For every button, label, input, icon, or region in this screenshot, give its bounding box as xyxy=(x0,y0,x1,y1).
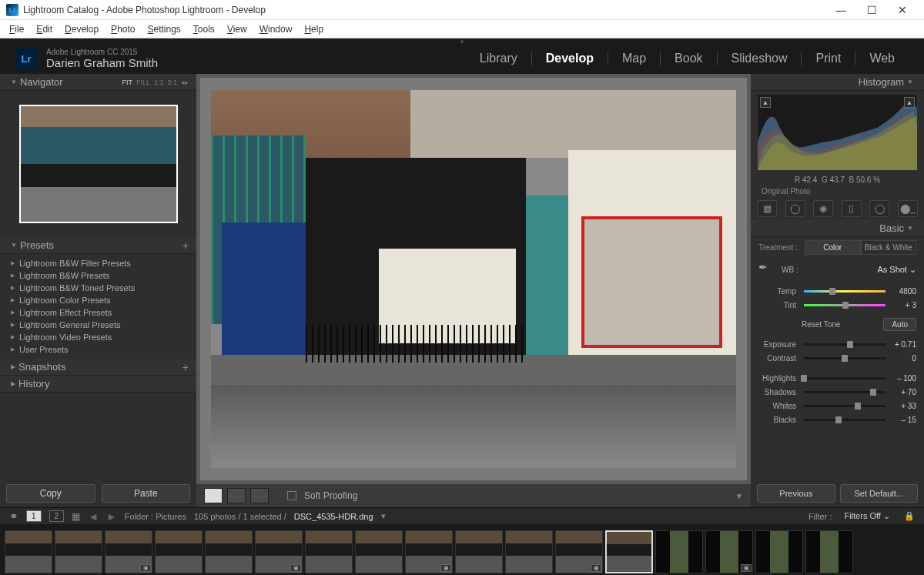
history-header[interactable]: ▶ History xyxy=(0,376,196,393)
navigator-preview[interactable] xyxy=(19,105,178,223)
menu-file[interactable]: File xyxy=(3,22,30,36)
blacks-value[interactable]: – 15 xyxy=(889,416,916,424)
filmstrip-thumb[interactable]: ▣ xyxy=(405,530,453,573)
filmstrip-thumb[interactable] xyxy=(355,530,403,573)
snapshots-header[interactable]: ▶ Snapshots + xyxy=(0,359,196,376)
exposure-value[interactable]: + 0.71 xyxy=(889,340,916,349)
menu-settings[interactable]: Settings xyxy=(141,22,186,36)
previous-button[interactable]: Previous xyxy=(757,484,835,503)
preset-folder[interactable]: ▶Lightroom B&W Filter Presets xyxy=(0,257,196,269)
add-snapshot-icon[interactable]: + xyxy=(182,361,189,373)
temp-slider[interactable] xyxy=(804,290,886,293)
module-map[interactable]: Map xyxy=(608,52,661,65)
nav-zoom-1-1[interactable]: 1:1 xyxy=(154,79,164,86)
second-display-button[interactable]: 2 xyxy=(49,510,65,522)
image-canvas[interactable] xyxy=(200,78,747,480)
whites-slider[interactable] xyxy=(804,405,886,407)
radial-filter-icon[interactable]: ◯ xyxy=(869,200,889,217)
filmstrip-thumb[interactable]: ▣ xyxy=(255,530,303,573)
preset-folder[interactable]: ▶Lightroom General Presets xyxy=(0,319,196,331)
contrast-slider[interactable] xyxy=(804,357,886,359)
filmstrip-thumb[interactable] xyxy=(755,530,803,573)
preset-folder[interactable]: ▶Lightroom Video Presets xyxy=(0,331,196,343)
minimize-button[interactable]: ― xyxy=(825,0,856,20)
crop-tool-icon[interactable]: ▦ xyxy=(757,200,777,217)
filmstrip-thumb[interactable] xyxy=(805,530,853,573)
paste-button[interactable]: Paste xyxy=(102,484,191,503)
shadows-value[interactable]: + 70 xyxy=(889,388,916,396)
before-after-tb-button[interactable] xyxy=(250,488,269,503)
menu-window[interactable]: Window xyxy=(253,22,299,36)
filmstrip-thumb[interactable] xyxy=(155,530,203,573)
highlights-value[interactable]: – 100 xyxy=(889,374,916,383)
tint-value[interactable]: + 3 xyxy=(889,301,916,309)
whites-value[interactable]: + 33 xyxy=(889,402,916,410)
nav-zoom-fit[interactable]: FIT xyxy=(122,79,132,86)
copy-button[interactable]: Copy xyxy=(6,484,95,503)
brush-tool-icon[interactable]: ⬤⎯ xyxy=(898,200,918,217)
wb-eyedropper-icon[interactable]: ✒ xyxy=(758,261,775,278)
add-preset-icon[interactable]: + xyxy=(182,239,189,252)
menu-tools[interactable]: Tools xyxy=(187,22,221,36)
folder-path[interactable]: Folder : Pictures xyxy=(125,512,186,521)
current-filename[interactable]: DSC_4535-HDR.dng xyxy=(294,512,373,521)
exposure-slider[interactable] xyxy=(804,343,886,346)
basic-header[interactable]: Basic ▼ xyxy=(751,220,924,237)
menu-photo[interactable]: Photo xyxy=(105,22,141,36)
soft-proof-checkbox[interactable] xyxy=(287,491,296,500)
treatment-bw[interactable]: Black & White xyxy=(861,240,917,255)
menu-edit[interactable]: Edit xyxy=(30,22,59,36)
grid-view-icon[interactable]: ▦ xyxy=(72,511,80,522)
redeye-tool-icon[interactable]: ◉ xyxy=(813,200,833,217)
filmstrip-thumb[interactable]: ▣ xyxy=(705,530,753,573)
maximize-button[interactable]: ☐ xyxy=(856,0,887,20)
navigator-header[interactable]: ▼ Navigator FIT FILL 1:1 3:1 ◂▸ xyxy=(0,74,196,91)
shadow-clip-icon[interactable]: ▲ xyxy=(760,97,771,108)
filmstrip-thumb[interactable] xyxy=(305,530,353,573)
filmstrip-thumb[interactable]: ▣ xyxy=(105,530,152,573)
wb-preset[interactable]: As Shot ⌄ xyxy=(877,265,916,275)
module-library[interactable]: Library xyxy=(466,52,532,65)
chevron-down-icon[interactable]: ▾ xyxy=(381,511,386,521)
filmstrip-thumb[interactable]: ▣ xyxy=(555,530,603,573)
loupe-view-button[interactable] xyxy=(204,488,223,503)
nav-zoom-fill[interactable]: FILL xyxy=(136,79,150,86)
filmstrip-thumb[interactable] xyxy=(655,530,703,573)
temp-value[interactable]: 4800 xyxy=(889,287,916,296)
toolbar-options-icon[interactable]: ▼ xyxy=(735,492,743,500)
grad-filter-icon[interactable]: ▯ xyxy=(842,200,862,217)
preset-folder[interactable]: ▶User Presets xyxy=(0,343,196,356)
filmstrip-thumb[interactable] xyxy=(205,530,253,573)
prev-photo-icon[interactable]: ◄ xyxy=(88,510,99,523)
filter-value[interactable]: Filters Off ⌄ xyxy=(844,511,890,521)
contrast-value[interactable]: 0 xyxy=(889,354,916,363)
set-default-button[interactable]: Set Default... xyxy=(840,484,919,503)
highlights-slider[interactable] xyxy=(804,377,886,379)
module-slideshow[interactable]: Slideshow xyxy=(718,52,802,65)
preset-folder[interactable]: ▶Lightroom B&W Toned Presets xyxy=(0,282,196,294)
auto-tone-button[interactable]: Auto xyxy=(883,318,916,331)
preset-folder[interactable]: ▶Lightroom B&W Presets xyxy=(0,269,196,282)
module-book[interactable]: Book xyxy=(661,52,717,65)
filmstrip-thumb[interactable] xyxy=(505,530,553,573)
filmstrip[interactable]: ▣▣▣▣▣ xyxy=(0,524,924,575)
nav-zoom-more-icon[interactable]: ◂▸ xyxy=(181,79,189,86)
filmstrip-thumb[interactable] xyxy=(605,530,653,573)
menu-help[interactable]: Help xyxy=(298,22,330,36)
main-display-button[interactable]: 1 xyxy=(26,510,42,522)
preset-folder[interactable]: ▶Lightroom Color Presets xyxy=(0,294,196,306)
preset-folder[interactable]: ▶Lightroom Effect Presets xyxy=(0,306,196,319)
before-after-lr-button[interactable] xyxy=(227,488,246,503)
nav-zoom-3-1[interactable]: 3:1 xyxy=(167,79,177,86)
shadows-slider[interactable] xyxy=(804,391,886,393)
reset-tone-button[interactable]: Reset Tone xyxy=(758,320,883,329)
menu-develop[interactable]: Develop xyxy=(59,22,105,36)
link-icon[interactable]: ⚭ xyxy=(9,510,18,523)
presets-header[interactable]: ▼ Presets + xyxy=(0,237,196,254)
highlight-clip-icon[interactable]: ▲ xyxy=(904,97,915,108)
module-web[interactable]: Web xyxy=(855,52,909,65)
spot-tool-icon[interactable]: ◯ xyxy=(785,200,805,217)
tint-slider[interactable] xyxy=(804,304,886,306)
menu-view[interactable]: View xyxy=(221,22,253,36)
close-button[interactable]: ✕ xyxy=(887,0,918,20)
